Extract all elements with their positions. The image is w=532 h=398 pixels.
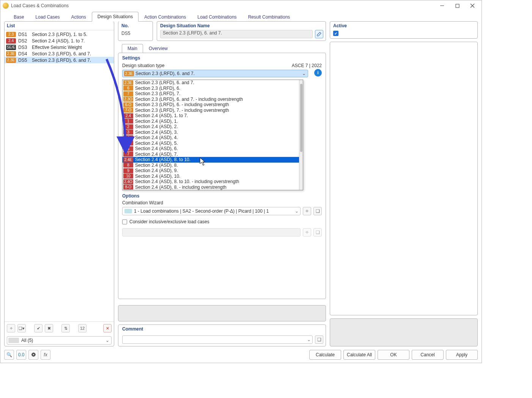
- dropdown-item[interactable]: 7 Section 2.4 (ASD), 7.: [123, 152, 299, 157]
- scrollbar-thumb[interactable]: [300, 84, 302, 152]
- design-situation-type-dropdown[interactable]: 2.3E Section 2.3 (LRFD), 6. and 7. ⌄: [122, 70, 308, 77]
- combination-wizard-dropdown[interactable]: 1 - Load combinations | SA2 - Second-ord…: [122, 207, 301, 215]
- consider-label: Consider inclusive/exclusive load cases: [129, 219, 209, 224]
- info-button[interactable]: i: [314, 69, 322, 77]
- filter-text: All (5): [19, 338, 104, 343]
- consider-checkbox[interactable]: [122, 219, 127, 224]
- units-tool-button[interactable]: 0.0: [16, 350, 26, 360]
- side-preview-area: [330, 318, 478, 346]
- minimize-button[interactable]: [434, 2, 450, 10]
- design-situation-name-input[interactable]: Section 2.3 (LRFD), 6. and 7.: [160, 30, 313, 38]
- uncheck-button[interactable]: ✖: [45, 324, 53, 332]
- ds-name: Section 2.3 (LRFD), 1. to 5.: [32, 32, 112, 37]
- no-value: DS5: [118, 30, 153, 38]
- comment-attach-button[interactable]: ❏: [315, 335, 323, 344]
- new-button[interactable]: ✧: [7, 324, 15, 332]
- dropdown-item[interactable]: 2.3O Section 2.3 (LRFD), 6. and 7. - inc…: [123, 97, 299, 102]
- dropdown-item[interactable]: 2.4O Section 2.4 (ASD), 8. to 10. - incl…: [123, 179, 299, 185]
- edit-name-button[interactable]: [315, 30, 323, 38]
- filter-color-swatch: [8, 338, 19, 343]
- tab-load-combinations[interactable]: Load Combinations: [192, 12, 242, 22]
- tab-base[interactable]: Base: [8, 12, 30, 22]
- subtab-main[interactable]: Main: [122, 44, 143, 53]
- list-item[interactable]: 2.3 DS1 Section 2.3 (LRFD), 1. to 5.: [5, 31, 114, 38]
- chevron-down-icon: ⌄: [104, 338, 111, 343]
- design-situation-list[interactable]: 2.3 DS1 Section 2.3 (LRFD), 1. to 5. 2.4…: [5, 30, 114, 321]
- dropdown-item-text: Section 2.3 (LRFD), 6. and 7.: [135, 80, 194, 85]
- dropdown-item[interactable]: 9 Section 2.4 (ASD), 9.: [123, 168, 299, 174]
- dropdown-item-text: Section 2.4 (ASD), 9.: [135, 168, 178, 173]
- preview-area: [118, 305, 326, 321]
- dropdown-item[interactable]: 5 Section 2.4 (ASD), 5.: [123, 141, 299, 146]
- dropdown-item-text: Section 2.4 (ASD), 10.: [135, 174, 180, 179]
- dropdown-item-text: Section 2.4 (ASD), 3.: [135, 130, 178, 135]
- list-header: List: [5, 22, 114, 30]
- list-item[interactable]: 2.3E DS5 Section 2.3 (LRFD), 6. and 7.: [5, 57, 114, 63]
- dropdown-item[interactable]: 2 Section 2.4 (ASD), 2.: [123, 124, 299, 130]
- apply-button[interactable]: Apply: [446, 350, 478, 360]
- standard-reference: ASCE 7 | 2022: [292, 63, 322, 68]
- search-tool-button[interactable]: 🔍: [4, 350, 14, 360]
- close-button[interactable]: [465, 2, 480, 10]
- resort-button[interactable]: ⇅: [61, 324, 70, 332]
- design-situation-type-popup[interactable]: 2.3E Section 2.3 (LRFD), 6. and 7.6 Sect…: [122, 80, 303, 190]
- dropdown-item-text: Section 2.4 (ASD), 8.: [135, 163, 178, 168]
- dropdown-item-badge: 7: [123, 91, 133, 96]
- function-tool-button[interactable]: fx: [41, 350, 50, 360]
- dropdown-item[interactable]: 2.4E Section 2.4 (ASD), 8. to 10.: [123, 157, 299, 163]
- delete-button[interactable]: ✕: [103, 324, 112, 332]
- renumber-button[interactable]: 12: [78, 324, 87, 332]
- dropdown-item-text: Section 2.3 (LRFD), 6.: [135, 86, 180, 91]
- dropdown-scrollbar[interactable]: [299, 80, 303, 190]
- subtab-overview[interactable]: Overview: [143, 44, 173, 53]
- ds-name: Effective Seismic Weight: [32, 45, 112, 50]
- list-item[interactable]: 2.3E DS4 Section 2.3 (LRFD), 6. and 7.: [5, 50, 114, 57]
- dropdown-item[interactable]: 7 Section 2.3 (LRFD), 7.: [123, 91, 299, 97]
- comment-input[interactable]: ⌄: [122, 335, 313, 344]
- comment-header: Comment: [118, 325, 326, 334]
- wizard-new-button[interactable]: ✧: [303, 207, 311, 215]
- calculate-button[interactable]: Calculate: [309, 350, 341, 360]
- list-item[interactable]: SE/E DS3 Effective Seismic Weight: [5, 44, 114, 50]
- dropdown-item[interactable]: 8 Section 2.4 (ASD), 8.: [123, 163, 299, 168]
- dropdown-item[interactable]: 7-O Section 2.3 (LRFD), 7. - including o…: [123, 108, 299, 113]
- dropdown-item[interactable]: 3 Section 2.4 (ASD), 3.: [123, 130, 299, 135]
- dropdown-item[interactable]: 1 Section 2.4 (ASD), 1.: [123, 119, 299, 124]
- dropdown-current-text: Section 2.3 (LRFD), 6. and 7.: [135, 71, 300, 76]
- dropdown-item[interactable]: 2.4 Section 2.4 (ASD), 1. to 7.: [123, 113, 299, 119]
- wizard-edit-button[interactable]: ❏: [313, 207, 322, 215]
- cancel-button[interactable]: Cancel: [412, 350, 444, 360]
- check-button[interactable]: ✔: [34, 324, 42, 332]
- active-checkbox[interactable]: ✔: [333, 31, 338, 36]
- dropdown-item[interactable]: 8-O Section 2.4 (ASD), 8. - including ov…: [123, 185, 299, 190]
- ok-button[interactable]: OK: [378, 350, 409, 360]
- tab-design-situations[interactable]: Design Situations: [92, 12, 139, 22]
- tab-result-combinations[interactable]: Result Combinations: [242, 12, 296, 22]
- list-item[interactable]: 2.4 DS2 Section 2.4 (ASD), 1. to 7.: [5, 38, 114, 44]
- dropdown-item[interactable]: 10 Section 2.4 (ASD), 10.: [123, 174, 299, 179]
- dropdown-item[interactable]: 6-O Section 2.3 (LRFD), 6. - including o…: [123, 102, 299, 108]
- dropdown-item-text: Section 2.4 (ASD), 6.: [135, 146, 178, 151]
- ds-id: DS5: [18, 58, 30, 63]
- ds-id: DS3: [18, 45, 30, 50]
- dropdown-item[interactable]: 6 Section 2.4 (ASD), 6.: [123, 146, 299, 152]
- list-filter-dropdown[interactable]: All (5) ⌄: [7, 336, 112, 345]
- ds-id: DS2: [18, 38, 30, 44]
- dropdown-item[interactable]: 4 Section 2.4 (ASD), 4.: [123, 135, 299, 141]
- tab-load-cases[interactable]: Load Cases: [30, 12, 65, 22]
- maximize-button[interactable]: [450, 2, 465, 10]
- dropdown-item[interactable]: 2.3E Section 2.3 (LRFD), 6. and 7.: [123, 80, 299, 86]
- hierarchy-tool-button[interactable]: 🞉: [28, 350, 38, 360]
- dropdown-item-text: Section 2.4 (ASD), 4.: [135, 135, 178, 140]
- app-icon: [3, 3, 9, 9]
- inclusive-exclusive-dropdown: [122, 228, 301, 237]
- dropdown-item-badge: 3: [123, 130, 133, 135]
- tab-actions[interactable]: Actions: [65, 12, 91, 22]
- dropdown-item-text: Section 2.4 (ASD), 2.: [135, 124, 178, 129]
- tab-action-combinations[interactable]: Action Combinations: [139, 12, 192, 22]
- dropdown-badge: 2.3E: [124, 71, 134, 76]
- dropdown-item[interactable]: 6 Section 2.3 (LRFD), 6.: [123, 86, 299, 91]
- ds-name: Section 2.3 (LRFD), 6. and 7.: [32, 51, 112, 56]
- calculate-all-button[interactable]: Calculate All: [343, 350, 375, 360]
- copy-button[interactable]: ❏▾: [17, 324, 26, 332]
